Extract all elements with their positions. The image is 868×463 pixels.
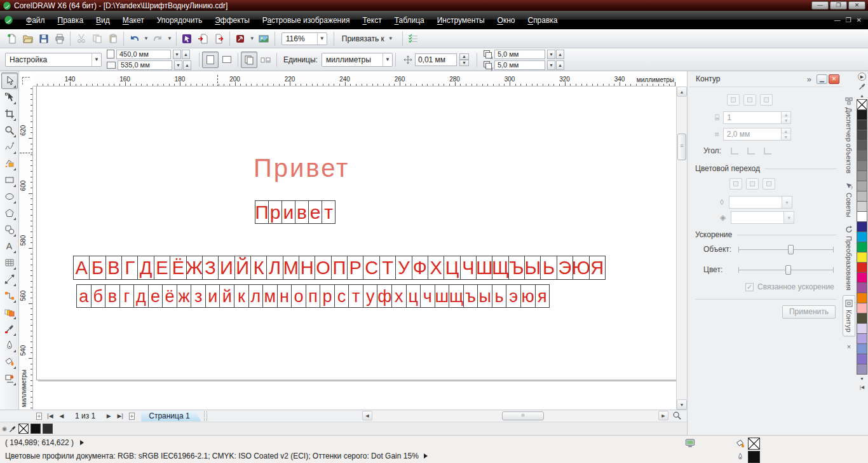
palette-swatch[interactable] bbox=[857, 211, 867, 222]
spin-up[interactable]: ▲ bbox=[556, 60, 564, 70]
letter-cell[interactable]: Д bbox=[137, 256, 154, 280]
text-tool[interactable]: A bbox=[1, 238, 18, 254]
color-acceleration-slider[interactable] bbox=[738, 265, 834, 275]
duplicate-x-field[interactable]: 5,0 мм bbox=[494, 50, 545, 59]
preset-combo[interactable]: Настройка ▼ bbox=[5, 53, 102, 67]
letter-cell[interactable]: Ъ bbox=[508, 256, 525, 280]
letter-cell[interactable]: ж bbox=[177, 284, 192, 308]
letter-cell[interactable]: П bbox=[255, 200, 269, 224]
previous-page-icon[interactable]: ◀ bbox=[56, 411, 67, 422]
chevron-down-icon[interactable]: ▼ bbox=[248, 36, 256, 41]
spin-up[interactable]: ▲ bbox=[556, 50, 564, 59]
letter-cell[interactable]: л bbox=[248, 284, 264, 308]
doc-restore-icon[interactable]: ❐ bbox=[846, 17, 851, 24]
palette-swatch[interactable] bbox=[857, 130, 867, 141]
export-button[interactable] bbox=[211, 31, 227, 46]
close-button[interactable]: ✕ bbox=[848, 1, 865, 10]
polygon-tool[interactable] bbox=[1, 205, 18, 221]
smart-fill-tool[interactable] bbox=[1, 155, 18, 172]
vertical-scroll-thumb[interactable] bbox=[677, 134, 686, 160]
minimize-button[interactable]: — bbox=[811, 1, 829, 10]
spin-up[interactable]: ▲ bbox=[782, 128, 790, 134]
letter-cell[interactable]: Н bbox=[299, 256, 315, 280]
add-page-icon[interactable] bbox=[126, 411, 137, 422]
letter-cell[interactable]: К bbox=[250, 256, 267, 280]
letter-cell[interactable]: Л bbox=[266, 256, 283, 280]
paste-button[interactable] bbox=[105, 31, 121, 46]
letter-cell[interactable]: ч bbox=[420, 284, 435, 308]
spin-up[interactable]: ▲ bbox=[782, 112, 790, 118]
palette-swatch[interactable] bbox=[857, 333, 867, 344]
palette-swatch[interactable] bbox=[857, 120, 867, 130]
fill-color-combo[interactable]: ▼ bbox=[731, 211, 794, 224]
doc-minimize-icon[interactable]: — bbox=[834, 17, 841, 24]
palette-swatch[interactable] bbox=[857, 232, 867, 242]
menu-item-упорядочить[interactable]: Упорядочить bbox=[151, 13, 208, 28]
letter-cell[interactable]: Ж bbox=[186, 256, 203, 280]
flyout-arrow-icon[interactable] bbox=[424, 453, 428, 459]
clockwise-blend-button[interactable] bbox=[746, 178, 759, 190]
letter-cell[interactable]: В bbox=[105, 256, 122, 280]
palette-swatch[interactable] bbox=[857, 191, 867, 202]
palette-swatch[interactable] bbox=[857, 252, 867, 263]
options-button[interactable] bbox=[405, 31, 421, 46]
menu-item-таблица[interactable]: Таблица bbox=[388, 13, 431, 28]
letter-cell[interactable]: Э bbox=[557, 256, 573, 280]
letter-cell[interactable]: Г bbox=[121, 256, 138, 280]
spin-down[interactable]: ▼ bbox=[459, 60, 469, 66]
spin-down[interactable]: ▼ bbox=[174, 60, 182, 70]
letter-cell[interactable]: Ц bbox=[444, 256, 460, 280]
spin-down[interactable]: ▼ bbox=[547, 60, 555, 70]
letter-cell[interactable]: в bbox=[295, 200, 309, 224]
outline-color-combo[interactable]: ▼ bbox=[729, 196, 792, 209]
new-document-button[interactable] bbox=[4, 31, 20, 46]
restore-button[interactable]: ❐ bbox=[830, 1, 847, 10]
zoom-level-combo[interactable]: 116% ▼ bbox=[281, 32, 327, 45]
menu-item-правка[interactable]: Правка bbox=[51, 13, 90, 28]
letter-cell[interactable]: р bbox=[268, 200, 282, 224]
letter-cell[interactable]: е bbox=[308, 200, 322, 224]
linear-blend-button[interactable] bbox=[729, 178, 742, 190]
scroll-right-icon[interactable]: ▶ bbox=[658, 411, 668, 420]
palette-swatch[interactable] bbox=[857, 262, 867, 273]
letter-cell[interactable]: Б bbox=[89, 256, 105, 280]
docker-tab-контур[interactable]: Контур bbox=[843, 295, 855, 336]
print-button[interactable] bbox=[51, 31, 67, 46]
palette-swatch[interactable] bbox=[857, 140, 867, 151]
rectangle-tool[interactable] bbox=[1, 172, 18, 188]
letter-cell[interactable]: М bbox=[283, 256, 299, 280]
letter-cell[interactable]: ю bbox=[520, 284, 536, 308]
menu-item-инструменты[interactable]: Инструменты bbox=[431, 13, 491, 28]
flyout-arrow-icon[interactable] bbox=[80, 440, 84, 445]
menu-item-текст[interactable]: Текст bbox=[356, 13, 388, 28]
page-tab[interactable]: Страница 1 bbox=[141, 411, 201, 422]
object-acceleration-slider[interactable] bbox=[738, 244, 834, 254]
letter-cell[interactable]: а bbox=[76, 284, 92, 308]
docker-minimize-button[interactable]: ▁ bbox=[817, 74, 827, 84]
bevel-corner-button[interactable] bbox=[761, 146, 774, 156]
panel-splitter[interactable] bbox=[204, 411, 207, 421]
shape-tool[interactable] bbox=[1, 89, 18, 106]
doc-swatch-none[interactable] bbox=[18, 424, 29, 434]
letter-cell[interactable]: Ф bbox=[412, 256, 428, 280]
play-icon[interactable]: ◉ bbox=[2, 425, 7, 432]
palette-eyedropper-icon[interactable] bbox=[858, 83, 866, 90]
redo-button[interactable] bbox=[150, 31, 166, 46]
fill-color-indicator[interactable] bbox=[748, 438, 760, 450]
palette-swatch[interactable] bbox=[857, 293, 867, 303]
palette-menu-icon[interactable]: ▶ bbox=[858, 73, 866, 81]
palette-scroll-down-icon[interactable]: ▼ bbox=[857, 375, 867, 383]
portrait-button[interactable] bbox=[202, 52, 219, 68]
letter-cell[interactable]: Р bbox=[347, 256, 363, 280]
palette-swatch[interactable] bbox=[857, 313, 867, 324]
palette-swatch[interactable] bbox=[857, 109, 867, 120]
palette-swatch[interactable] bbox=[857, 242, 867, 252]
menu-item-эффекты[interactable]: Эффекты bbox=[208, 13, 256, 28]
ellipse-tool[interactable] bbox=[1, 188, 18, 205]
palette-swatch-none[interactable] bbox=[857, 99, 867, 110]
letter-cell[interactable]: з bbox=[191, 284, 206, 308]
undo-button[interactable] bbox=[126, 31, 142, 46]
dimension-tool[interactable] bbox=[1, 271, 18, 287]
letter-cell[interactable]: И bbox=[218, 256, 234, 280]
chevron-down-icon[interactable]: ▼ bbox=[317, 33, 327, 45]
